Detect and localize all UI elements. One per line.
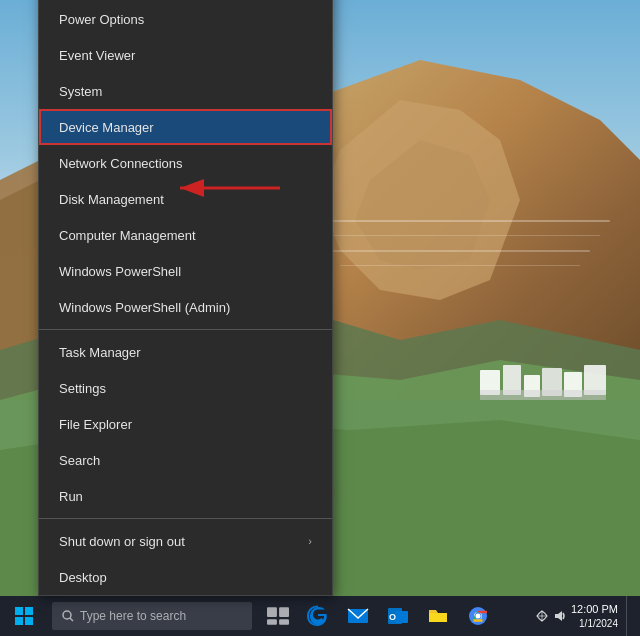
menu-item-arrow-shut-down: ›: [308, 535, 312, 547]
edge-icon[interactable]: [300, 596, 336, 636]
menu-item-label-disk-management: Disk Management: [59, 192, 164, 207]
menu-item-label-settings: Settings: [59, 381, 106, 396]
svg-rect-37: [395, 611, 408, 623]
start-button[interactable]: [0, 596, 48, 636]
context-menu: Apps and FeaturesMobility CenterPower Op…: [38, 0, 333, 596]
taskbar: Type here to search: [0, 596, 640, 636]
menu-item-windows-powershell[interactable]: Windows PowerShell: [39, 253, 332, 289]
task-view-button[interactable]: [260, 596, 296, 636]
menu-item-file-explorer[interactable]: File Explorer: [39, 406, 332, 442]
svg-point-42: [476, 614, 481, 619]
menu-item-label-search: Search: [59, 453, 100, 468]
menu-item-desktop[interactable]: Desktop: [39, 559, 332, 595]
svg-rect-33: [267, 619, 277, 625]
svg-rect-22: [340, 265, 580, 266]
menu-item-label-run: Run: [59, 489, 83, 504]
menu-item-run[interactable]: Run: [39, 478, 332, 514]
svg-rect-20: [320, 235, 600, 236]
chrome-icon[interactable]: [460, 596, 496, 636]
menu-item-label-task-manager: Task Manager: [59, 345, 141, 360]
svg-rect-31: [267, 607, 277, 617]
svg-point-29: [63, 611, 71, 619]
menu-item-label-shut-down: Shut down or sign out: [59, 534, 185, 549]
svg-rect-19: [310, 220, 610, 222]
mail-icon[interactable]: [340, 596, 376, 636]
menu-item-label-power-options: Power Options: [59, 12, 144, 27]
file-explorer-taskbar-icon[interactable]: [420, 596, 456, 636]
svg-rect-27: [15, 617, 23, 625]
menu-separator: [39, 329, 332, 330]
menu-item-network-connections[interactable]: Network Connections: [39, 145, 332, 181]
menu-item-task-manager[interactable]: Task Manager: [39, 334, 332, 370]
taskbar-icons: O: [260, 596, 496, 636]
svg-rect-18: [480, 390, 606, 400]
taskbar-right: 12:00 PM 1/1/2024: [535, 596, 640, 636]
menu-item-search[interactable]: Search: [39, 442, 332, 478]
menu-item-label-windows-powershell: Windows PowerShell: [59, 264, 181, 279]
menu-separator: [39, 518, 332, 519]
menu-item-computer-management[interactable]: Computer Management: [39, 217, 332, 253]
taskbar-search[interactable]: Type here to search: [52, 602, 252, 630]
menu-item-disk-management[interactable]: Disk Management: [39, 181, 332, 217]
menu-item-system[interactable]: System: [39, 73, 332, 109]
menu-item-event-viewer[interactable]: Event Viewer: [39, 37, 332, 73]
network-icon: [535, 609, 549, 623]
svg-line-30: [70, 618, 73, 621]
menu-item-label-system: System: [59, 84, 102, 99]
menu-item-power-options[interactable]: Power Options: [39, 1, 332, 37]
menu-item-label-desktop: Desktop: [59, 570, 107, 585]
svg-text:O: O: [389, 612, 396, 622]
svg-rect-26: [25, 607, 33, 615]
outlook-icon[interactable]: O: [380, 596, 416, 636]
menu-item-settings[interactable]: Settings: [39, 370, 332, 406]
svg-rect-28: [25, 617, 33, 625]
menu-item-label-windows-powershell-admin: Windows PowerShell (Admin): [59, 300, 230, 315]
show-desktop-button[interactable]: [626, 596, 632, 636]
menu-item-device-manager[interactable]: Device Manager: [39, 109, 332, 145]
menu-item-label-event-viewer: Event Viewer: [59, 48, 135, 63]
menu-item-windows-powershell-admin[interactable]: Windows PowerShell (Admin): [39, 289, 332, 325]
svg-rect-21: [330, 250, 590, 252]
svg-rect-32: [279, 607, 289, 617]
menu-item-label-file-explorer: File Explorer: [59, 417, 132, 432]
svg-rect-25: [15, 607, 23, 615]
menu-item-shut-down[interactable]: Shut down or sign out›: [39, 523, 332, 559]
search-placeholder: Type here to search: [80, 609, 186, 623]
svg-rect-34: [279, 619, 289, 625]
menu-item-label-computer-management: Computer Management: [59, 228, 196, 243]
taskbar-clock[interactable]: 12:00 PM 1/1/2024: [571, 602, 618, 629]
menu-item-label-device-manager: Device Manager: [59, 120, 154, 135]
menu-item-label-network-connections: Network Connections: [59, 156, 183, 171]
sound-icon: [553, 609, 567, 623]
search-icon: [62, 610, 74, 622]
